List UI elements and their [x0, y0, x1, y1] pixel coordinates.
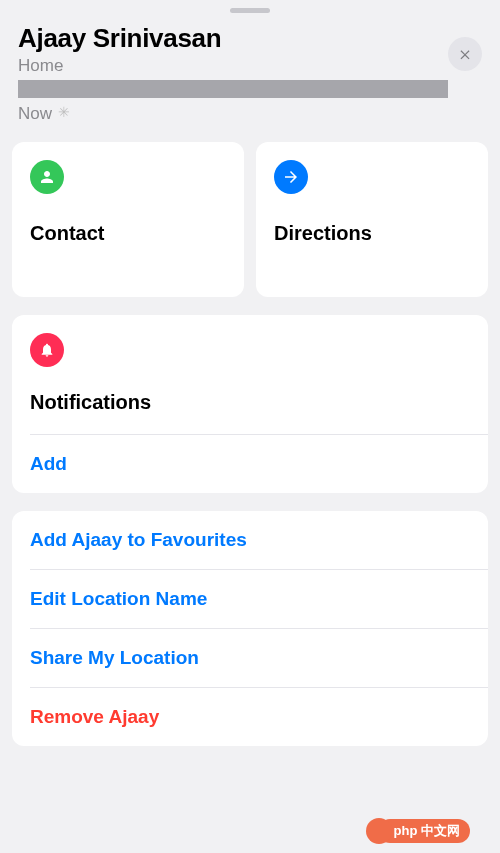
action-tiles: Contact Directions [12, 142, 488, 297]
add-favourite-button[interactable]: Add Ajaay to Favourites [12, 511, 488, 569]
bell-icon [30, 333, 64, 367]
share-location-button[interactable]: Share My Location [12, 629, 488, 687]
close-icon [458, 47, 472, 61]
loading-spinner-icon [58, 106, 74, 122]
directions-tile-label: Directions [274, 222, 470, 245]
contact-tile-label: Contact [30, 222, 226, 245]
location-label: Home [18, 56, 482, 76]
notifications-header: Notifications [12, 315, 488, 434]
status-row: Now [18, 104, 482, 124]
notifications-card: Notifications Add [12, 315, 488, 493]
header: Ajaay Srinivasan Home Now [0, 13, 500, 130]
add-notification-button[interactable]: Add [12, 435, 488, 493]
actions-card: Add Ajaay to Favourites Edit Location Na… [12, 511, 488, 746]
person-icon [30, 160, 64, 194]
remove-person-button[interactable]: Remove Ajaay [12, 688, 488, 746]
directions-tile[interactable]: Directions [256, 142, 488, 297]
status-text: Now [18, 104, 52, 124]
contact-tile[interactable]: Contact [12, 142, 244, 297]
watermark-badge: php 中文网 [378, 819, 470, 843]
close-button[interactable] [448, 37, 482, 71]
notifications-title: Notifications [30, 391, 470, 414]
content: Contact Directions Notifications Add Add… [0, 130, 500, 776]
contact-name: Ajaay Srinivasan [18, 23, 482, 54]
address-redacted [18, 80, 448, 98]
detail-sheet: Ajaay Srinivasan Home Now Contact Direct… [0, 0, 500, 853]
edit-location-button[interactable]: Edit Location Name [12, 570, 488, 628]
directions-icon [274, 160, 308, 194]
